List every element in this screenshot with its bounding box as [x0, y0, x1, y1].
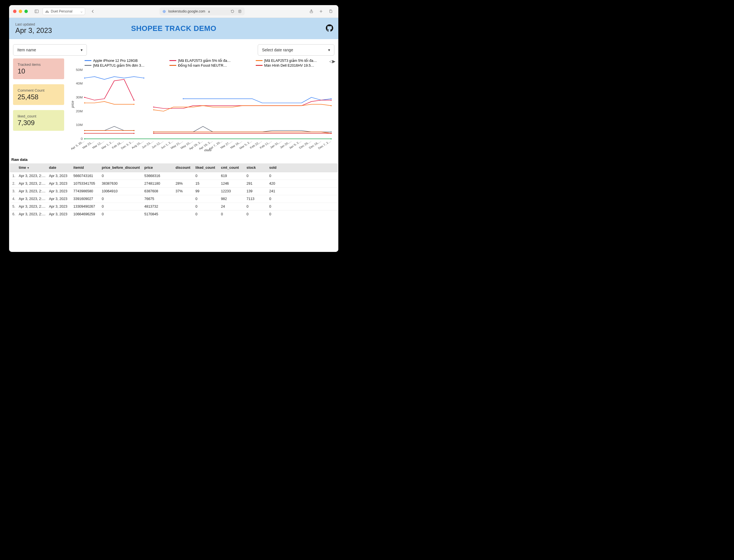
- chevron-down-icon: ▾: [81, 48, 83, 52]
- table-cell: 10064910: [100, 188, 143, 195]
- table-row[interactable]: 4.Apr 3, 2023, 2:…Apr 3, 202333916090270…: [10, 195, 338, 203]
- legend-item[interactable]: Màn Hình Dell E2016HV 19.5…: [256, 63, 321, 68]
- legend-item[interactable]: Apple iPhone 12 Pro 128GB: [85, 58, 150, 63]
- table-cell: Apr 3, 2023, 2:…: [17, 188, 47, 195]
- table-cell: 139: [245, 188, 268, 195]
- table-cell: 0: [194, 203, 219, 210]
- column-header[interactable]: cmt_count: [219, 163, 245, 172]
- column-header[interactable]: itemid: [72, 163, 100, 172]
- site-settings-icon: [162, 10, 166, 13]
- dashboard-title: SHOPEE TRACK DEMO: [9, 24, 338, 33]
- table-cell: Apr 3, 2023, 2:…: [17, 180, 47, 188]
- table-cell: 6.: [10, 210, 17, 218]
- stat-liked-count: liked_count 7,309: [13, 110, 64, 131]
- table-cell: 10753341705: [72, 180, 100, 188]
- table-cell: 37%: [174, 188, 194, 195]
- table-cell: 0: [100, 203, 143, 210]
- table-cell: 7743986580: [72, 188, 100, 195]
- column-header[interactable]: discount: [174, 163, 194, 172]
- table-cell: 0: [194, 210, 219, 218]
- table-cell: 0: [194, 172, 219, 180]
- minimize-window-button[interactable]: [19, 10, 22, 13]
- address-host: lookerstudio.google.com: [168, 9, 205, 13]
- close-window-button[interactable]: [13, 10, 16, 13]
- table-row[interactable]: 6.Apr 3, 2023, 2:…Apr 3, 202310664696259…: [10, 210, 338, 218]
- sidebar-toggle-button[interactable]: [33, 8, 40, 15]
- tab-overview-button[interactable]: [327, 8, 334, 15]
- svg-text:40M: 40M: [76, 82, 83, 85]
- new-tab-button[interactable]: [317, 8, 325, 15]
- table-cell: Apr 3, 2023: [47, 210, 72, 218]
- table-cell: 76675: [143, 195, 174, 203]
- table-cell: 10664696259: [72, 210, 100, 218]
- item-name-dropdown[interactable]: Item name ▾: [13, 44, 87, 56]
- table-cell: 0: [268, 210, 338, 218]
- svg-point-55: [331, 100, 332, 100]
- column-header[interactable]: date: [47, 163, 72, 172]
- tab-group-dropdown[interactable]: Duet Personal ⌵: [43, 8, 85, 15]
- table-cell: 5170845: [143, 210, 174, 218]
- column-header[interactable]: price: [143, 163, 174, 172]
- last-updated-label: Last updated: [15, 22, 52, 26]
- svg-point-73: [331, 138, 332, 139]
- table-cell: 1246: [219, 180, 245, 188]
- date-range-dropdown[interactable]: Select date range ▾: [258, 44, 334, 56]
- svg-point-71: [331, 133, 332, 134]
- column-header[interactable]: stock: [245, 163, 268, 172]
- table-cell: Apr 3, 2023, 2:…: [17, 203, 47, 210]
- svg-point-70: [153, 133, 154, 134]
- table-cell: [174, 203, 194, 210]
- price-chart[interactable]: ◁ ▶ Apple iPhone 12 Pro 128GB[Mã ELAP25T…: [70, 58, 334, 152]
- stat-value: 10: [18, 67, 60, 75]
- chevron-down-icon: ⌵: [81, 10, 83, 13]
- table-cell: 0: [100, 210, 143, 218]
- legend-paginate[interactable]: ◁ ▶: [329, 59, 335, 64]
- table-cell: 53668316: [143, 172, 174, 180]
- reload-icon[interactable]: [230, 9, 234, 13]
- stat-label: Tracked items: [18, 62, 60, 67]
- legend-item[interactable]: Đồng hồ nam Fossil NEUTR…: [169, 63, 235, 68]
- column-header[interactable]: liked_count: [194, 163, 219, 172]
- github-link[interactable]: [326, 24, 333, 33]
- table-cell: 38387630: [100, 180, 143, 188]
- raw-data-table[interactable]: time▼dateitemidprice_before_discountpric…: [9, 163, 338, 218]
- svg-text:Apr 3, 20…: Apr 3, 20…: [70, 140, 85, 150]
- raw-data-heading: Raw data: [9, 155, 338, 163]
- table-row[interactable]: 3.Apr 3, 2023, 2:…Apr 3, 202377439865801…: [10, 188, 338, 195]
- table-cell: Apr 3, 2023: [47, 195, 72, 203]
- svg-point-58: [153, 109, 154, 110]
- table-row[interactable]: 2.Apr 3, 2023, 2:…Apr 3, 202310753341705…: [10, 180, 338, 188]
- svg-point-52: [84, 97, 85, 98]
- share-button[interactable]: [308, 8, 315, 15]
- svg-rect-0: [35, 10, 38, 13]
- reader-icon[interactable]: [238, 9, 242, 13]
- column-header[interactable]: [10, 163, 17, 172]
- table-cell: 291: [245, 180, 268, 188]
- table-row[interactable]: 5.Apr 3, 2023, 2:…Apr 3, 202313309490267…: [10, 203, 338, 210]
- back-button[interactable]: [89, 8, 96, 15]
- legend-item[interactable]: [Mã ELAP25T3 giảm 5% tối đa…: [256, 58, 321, 63]
- table-cell: 12233: [219, 188, 245, 195]
- table-cell: Apr 3, 2023, 2:…: [17, 210, 47, 218]
- fullscreen-window-button[interactable]: [24, 10, 28, 13]
- address-bar[interactable]: lookerstudio.google.com: [159, 7, 245, 15]
- table-cell: 241: [268, 188, 338, 195]
- svg-point-48: [84, 77, 85, 78]
- svg-text:10M: 10M: [76, 123, 83, 127]
- svg-rect-5: [208, 11, 210, 12]
- table-cell: Apr 3, 2023: [47, 188, 72, 195]
- svg-point-51: [331, 98, 332, 99]
- table-row[interactable]: 1.Apr 3, 2023, 2:…Apr 3, 202356607431610…: [10, 172, 338, 180]
- svg-text:price: price: [70, 101, 75, 108]
- svg-text:20M: 20M: [76, 110, 83, 113]
- column-header[interactable]: time▼: [17, 163, 47, 172]
- table-cell: [174, 195, 194, 203]
- legend-item[interactable]: [Mã ELAPTU1 giảm 5% đơn 3…: [85, 63, 150, 68]
- table-cell: 7113: [245, 195, 268, 203]
- column-header[interactable]: sold: [268, 163, 338, 172]
- column-header[interactable]: price_before_discount: [100, 163, 143, 172]
- table-cell: 24: [219, 203, 245, 210]
- table-cell: 28%: [174, 180, 194, 188]
- svg-rect-13: [330, 10, 332, 13]
- legend-item[interactable]: [Mã ELAP25T3 giảm 5% tối đa…: [169, 58, 235, 63]
